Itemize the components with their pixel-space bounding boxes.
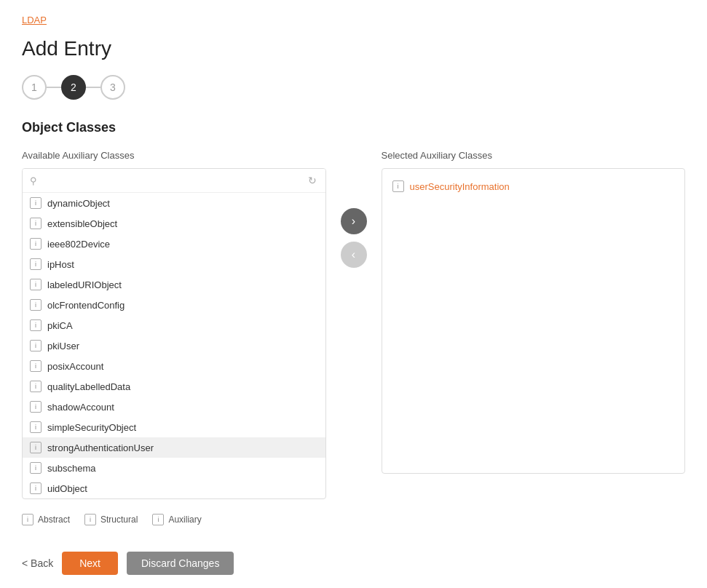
legend-structural-label: Structural (100, 514, 138, 525)
step-3: 3 (100, 75, 125, 100)
item-name: ieee802Device (47, 239, 110, 250)
item-type-icon: i (30, 258, 42, 270)
discard-button[interactable]: Discard Changes (127, 552, 234, 575)
list-item[interactable]: i ipHost (23, 254, 325, 274)
list-item[interactable]: i dynamicObject (23, 193, 325, 213)
search-input[interactable] (40, 174, 307, 188)
selected-item[interactable]: i userSecurityInformation (382, 176, 685, 196)
list-item[interactable]: i strongAuthenticationUser (23, 437, 325, 458)
item-type-icon: i (30, 218, 42, 229)
item-name: uidObject (47, 483, 87, 494)
refresh-button[interactable]: ↻ (307, 173, 318, 188)
transfer-buttons: › ‹ (326, 208, 382, 268)
transfer-backward-button[interactable]: ‹ (341, 242, 367, 268)
legend-abstract: i Abstract (22, 514, 70, 525)
item-type-icon: i (30, 238, 42, 250)
list-item[interactable]: i labeledURIObject (23, 274, 325, 295)
search-icon: ⚲ (30, 175, 37, 186)
item-type-icon: i (30, 442, 42, 453)
available-list-items: i dynamicObject i extensibleObject i iee… (23, 193, 325, 498)
item-name: labeledURIObject (47, 279, 122, 290)
list-item[interactable]: i posixAccount (23, 356, 325, 376)
item-type-icon: i (30, 319, 42, 331)
available-list-container: ⚲ ↻ i dynamicObject i extensibleObject i… (22, 168, 326, 499)
list-item[interactable]: i simpleSecurityObject (23, 417, 325, 437)
item-name: ipHost (47, 259, 74, 270)
item-name: subschema (47, 463, 95, 474)
selected-panel: Selected Auxiliary Classes i userSecurit… (382, 150, 686, 474)
item-name: olcFrontendConfig (47, 300, 125, 311)
back-button[interactable]: < Back (22, 557, 53, 569)
item-name: posixAccount (47, 361, 103, 372)
item-type-icon: i (30, 279, 42, 290)
search-bar: ⚲ ↻ (23, 169, 325, 193)
list-item[interactable]: i uidObject (23, 478, 325, 498)
legend: i Abstract i Structural i Auxiliary (22, 508, 326, 531)
next-button[interactable]: Next (62, 552, 118, 575)
item-type-icon: i (30, 421, 42, 433)
item-name: shadowAccount (47, 402, 114, 413)
step-2: 2 (61, 75, 86, 100)
item-type-icon: i (30, 401, 42, 413)
item-type-icon: i (30, 381, 42, 392)
selected-item-type-icon: i (392, 180, 404, 192)
item-type-icon: i (30, 340, 42, 351)
footer-buttons: < Back Next Discard Changes (22, 552, 685, 575)
item-name: simpleSecurityObject (47, 422, 136, 433)
legend-abstract-icon: i (22, 514, 33, 525)
list-item[interactable]: i ieee802Device (23, 234, 325, 254)
item-name: extensibleObject (47, 218, 117, 229)
available-panel: Available Auxiliary Classes ⚲ ↻ i dynami… (22, 150, 326, 531)
item-type-icon: i (30, 462, 42, 474)
stepper: 1 2 3 (22, 75, 685, 100)
legend-abstract-label: Abstract (38, 514, 70, 525)
list-item[interactable]: i subschema (23, 458, 325, 478)
list-item[interactable]: i olcFrontendConfig (23, 295, 325, 315)
legend-auxiliary: i Auxiliary (152, 514, 201, 525)
list-item[interactable]: i pkiCA (23, 315, 325, 335)
page-title: Add Entry (22, 37, 685, 60)
item-type-icon: i (30, 197, 42, 209)
list-item[interactable]: i extensibleObject (23, 213, 325, 234)
columns-wrapper: Available Auxiliary Classes ⚲ ↻ i dynami… (22, 150, 685, 531)
step-line-1 (47, 87, 61, 88)
breadcrumb[interactable]: LDAP (22, 15, 685, 25)
step-line-2 (86, 87, 100, 88)
item-type-icon: i (30, 360, 42, 372)
item-name: pkiUser (47, 341, 79, 351)
item-type-icon: i (30, 482, 42, 494)
selected-list-container: i userSecurityInformation (382, 168, 686, 474)
selected-item-name: userSecurityInformation (410, 181, 510, 192)
available-label: Available Auxiliary Classes (22, 150, 326, 161)
legend-structural-icon: i (84, 514, 96, 525)
transfer-forward-button[interactable]: › (341, 208, 367, 234)
item-name: pkiCA (47, 320, 73, 331)
item-name: qualityLabelledData (47, 381, 130, 392)
item-type-icon: i (30, 299, 42, 311)
selected-label: Selected Auxiliary Classes (382, 150, 686, 161)
item-name: dynamicObject (47, 198, 110, 209)
legend-auxiliary-icon: i (152, 514, 164, 525)
section-title: Object Classes (22, 120, 685, 135)
legend-structural: i Structural (84, 514, 138, 525)
legend-auxiliary-label: Auxiliary (168, 514, 201, 525)
list-item[interactable]: i shadowAccount (23, 397, 325, 417)
step-1: 1 (22, 75, 47, 100)
list-item[interactable]: i qualityLabelledData (23, 376, 325, 397)
item-name: strongAuthenticationUser (47, 442, 154, 453)
list-item[interactable]: i pkiUser (23, 335, 325, 356)
